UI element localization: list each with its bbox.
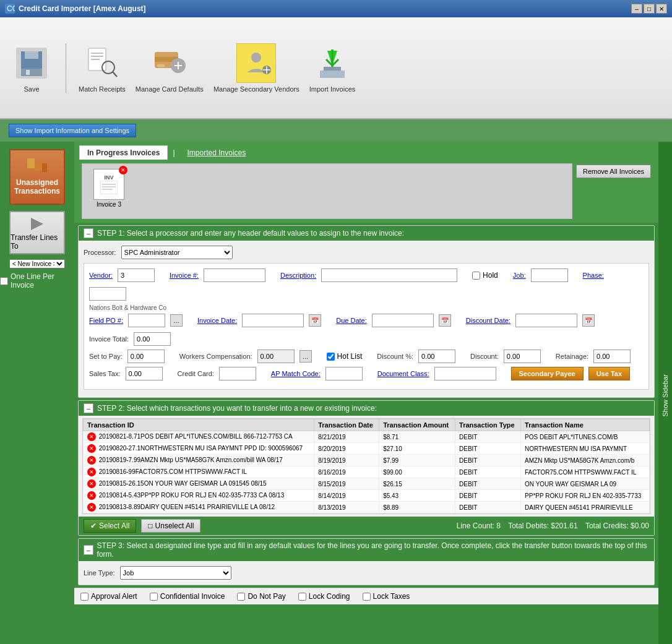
unassigned-label: Unassigned Transactions	[14, 178, 60, 195]
row-remove-btn[interactable]: ✕	[87, 444, 96, 453]
invoice-date-input[interactable]	[242, 314, 304, 327]
do-not-pay-checkbox[interactable]	[237, 593, 245, 601]
tab-in-progress[interactable]: In Progress Invoices	[79, 145, 168, 160]
credit-card-input[interactable]	[219, 367, 256, 380]
step3-collapse-btn[interactable]: –	[84, 545, 93, 555]
tab-imported[interactable]: Imported Invoices	[180, 146, 254, 160]
cell-amount: $27.10	[379, 443, 455, 455]
job-input[interactable]	[531, 268, 568, 282]
new-invoice-select[interactable]: < New Invoice >	[9, 259, 65, 268]
due-date-input[interactable]	[372, 314, 434, 327]
invoice-3-icon[interactable]: ✕ INV Invoice 3	[87, 169, 131, 213]
discount-pct-input[interactable]	[418, 350, 455, 363]
invoice-date-label[interactable]: Invoice Date:	[197, 317, 237, 324]
secondary-payee-btn[interactable]: Secondary Payee	[511, 367, 584, 380]
transfer-lines-btn[interactable]: Transfer Lines To	[9, 211, 65, 254]
confidential-invoice-checkbox[interactable]	[150, 593, 158, 601]
phase-input[interactable]	[89, 287, 126, 301]
invoice-date-cal[interactable]: 📅	[309, 314, 321, 327]
row-remove-btn[interactable]: ✕	[87, 456, 96, 465]
approval-alert-checkbox[interactable]	[80, 593, 88, 601]
cell-id: ✕ 20190814-5.43PP*PP ROKU FOR RLJ EN 402…	[84, 490, 314, 502]
confidential-invoice-check[interactable]: Confidential Invoice	[150, 592, 225, 601]
document-class-label[interactable]: Document Class:	[377, 370, 429, 377]
set-to-pay-input[interactable]	[127, 350, 165, 363]
invoice-total-input[interactable]	[134, 332, 171, 346]
vendor-input[interactable]	[118, 268, 155, 282]
close-btn[interactable]: ✕	[656, 4, 667, 14]
line-type-select[interactable]: Job GL Equipment	[120, 566, 231, 580]
hot-list-checkbox[interactable]	[327, 353, 335, 361]
discount-date-input[interactable]	[515, 314, 577, 327]
field-po-input[interactable]	[128, 314, 165, 327]
table-row[interactable]: ✕ 20190816-99FACTOR75.COM HTTPSWWW.FACT …	[84, 466, 650, 478]
due-date-label[interactable]: Due Date:	[336, 317, 367, 324]
cell-id: ✕ 20190819-7.99AMZN Mktp US*MA58G7K Amzn…	[84, 455, 314, 466]
step3-header: – STEP 3: Select a designated line type …	[79, 539, 654, 561]
workers-comp-btn[interactable]: …	[299, 350, 312, 363]
invoice-close-btn[interactable]: ✕	[119, 166, 127, 174]
table-row[interactable]: ✕ 20190815-26.15ON YOUR WAY GEISMAR LA 0…	[84, 478, 650, 490]
maximize-btn[interactable]: □	[644, 4, 655, 14]
lock-coding-check[interactable]: Lock Coding	[298, 592, 350, 601]
retainage-input[interactable]	[593, 350, 631, 363]
table-row[interactable]: ✕ 20190819-7.99AMZN Mktp US*MA58G7K Amzn…	[84, 455, 650, 466]
ap-match-input[interactable]	[325, 367, 363, 380]
table-row[interactable]: ✕ 20190813-8.89DAIRY QUEEN #45141 PRAIRI…	[84, 502, 650, 513]
vendor-label[interactable]: Vendor:	[89, 272, 113, 279]
phase-label[interactable]: Phase:	[583, 272, 604, 279]
select-all-btn[interactable]: ✔ Select All	[84, 519, 136, 533]
row-remove-btn[interactable]: ✕	[87, 468, 96, 476]
discount-date-label[interactable]: Discount Date:	[466, 317, 510, 324]
table-row[interactable]: ✕ 20190821-8.71POS DEBIT APL*ITUNES.COM/…	[84, 431, 650, 443]
description-input[interactable]	[321, 268, 457, 282]
use-tax-btn[interactable]: Use Tax	[588, 367, 630, 380]
workers-comp-input[interactable]	[257, 350, 295, 363]
discount-date-cal[interactable]: 📅	[582, 314, 595, 327]
toolbar-save[interactable]: Save	[10, 43, 53, 93]
row-remove-btn[interactable]: ✕	[87, 432, 96, 441]
toolbar-manage-secondary[interactable]: Manage Secondary Vendors	[213, 43, 299, 93]
description-label[interactable]: Description:	[280, 272, 316, 279]
manage-card-label: Manage Card Defaults	[136, 85, 204, 93]
minimize-btn[interactable]: –	[631, 4, 642, 14]
invoice-num-input[interactable]	[204, 268, 265, 282]
approval-alert-check[interactable]: Approval Alert	[80, 592, 137, 601]
discount-input[interactable]	[504, 350, 541, 363]
toolbar-match-receipts[interactable]: Match Receipts	[79, 43, 126, 93]
invoice-num-label[interactable]: Invoice #:	[170, 272, 199, 279]
hold-check[interactable]: Hold	[472, 271, 498, 280]
document-class-input[interactable]	[434, 367, 496, 380]
processor-select[interactable]: SPC Administrator	[121, 246, 233, 259]
step1-collapse-btn[interactable]: –	[84, 228, 93, 238]
step2-collapse-btn[interactable]: –	[84, 403, 93, 413]
lock-taxes-checkbox[interactable]	[363, 593, 371, 601]
field-po-label[interactable]: Field PO #:	[89, 317, 123, 324]
unassigned-transactions-btn[interactable]: Unassigned Transactions	[9, 149, 65, 205]
toolbar-manage-card[interactable]: Manage Card Defaults	[136, 43, 204, 93]
do-not-pay-check[interactable]: Do Not Pay	[237, 592, 285, 601]
field-po-btn[interactable]: …	[170, 314, 183, 327]
transaction-table-container[interactable]: Transaction ID Transaction Date Transact…	[82, 418, 650, 514]
row-remove-btn[interactable]: ✕	[87, 479, 96, 488]
job-label[interactable]: Job:	[513, 272, 526, 279]
unselect-all-btn[interactable]: □ Unselect All	[141, 519, 200, 533]
one-line-checkbox[interactable]	[0, 277, 8, 285]
one-line-check[interactable]: One Line Per Invoice	[0, 272, 74, 290]
import-invoices-label: Import Invoices	[309, 85, 356, 93]
remove-all-invoices-btn[interactable]: Remove All Invoices	[576, 165, 651, 178]
lock-taxes-check[interactable]: Lock Taxes	[363, 592, 410, 601]
lock-coding-checkbox[interactable]	[298, 593, 306, 601]
hot-list-check[interactable]: Hot List	[327, 352, 363, 361]
due-date-cal[interactable]: 📅	[439, 314, 451, 327]
table-row[interactable]: ✕ 20190814-5.43PP*PP ROKU FOR RLJ EN 402…	[84, 490, 650, 502]
table-row[interactable]: ✕ 20190820-27.1NORTHWESTERN MU ISA PAYMN…	[84, 443, 650, 455]
hold-checkbox[interactable]	[472, 272, 480, 280]
show-import-btn[interactable]: Show Import Information and Settings	[9, 124, 136, 137]
ap-match-label[interactable]: AP Match Code:	[271, 370, 321, 377]
row-remove-btn[interactable]: ✕	[87, 491, 96, 500]
sales-tax-input[interactable]	[126, 367, 163, 380]
sidebar-right-handle[interactable]: Show Sidebar	[658, 142, 672, 644]
row-remove-btn[interactable]: ✕	[87, 503, 96, 512]
toolbar-import-invoices[interactable]: Import Invoices	[309, 43, 356, 93]
